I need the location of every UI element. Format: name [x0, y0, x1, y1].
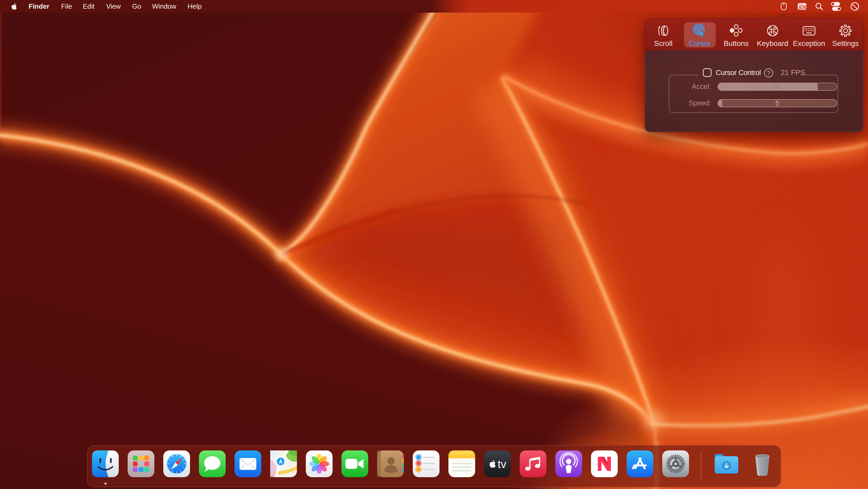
svg-text:tv: tv [498, 458, 506, 470]
